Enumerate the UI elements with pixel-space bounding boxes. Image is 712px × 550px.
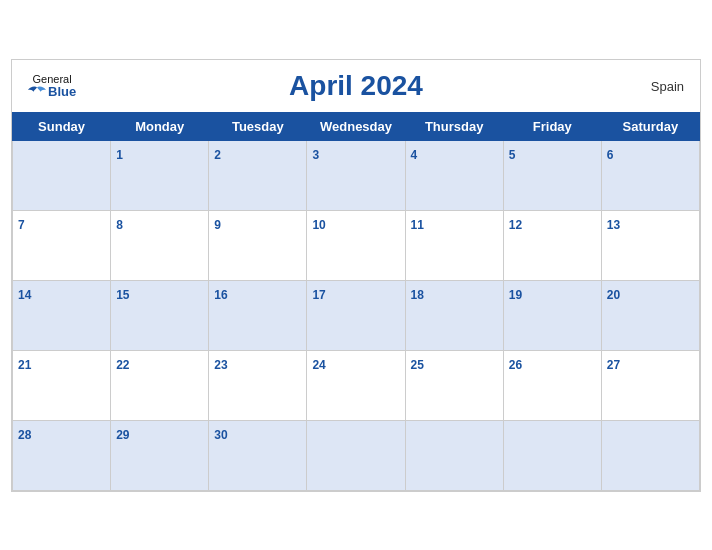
calendar-cell [307,420,405,490]
calendar-week-row-1: 123456 [13,140,700,210]
day-number: 28 [18,428,31,442]
day-number: 2 [214,148,221,162]
header-monday: Monday [111,112,209,140]
header-friday: Friday [503,112,601,140]
calendar-cell: 2 [209,140,307,210]
calendar-cell: 7 [13,210,111,280]
country-label: Spain [651,78,684,93]
day-number: 3 [312,148,319,162]
calendar-cell: 20 [601,280,699,350]
day-number: 20 [607,288,620,302]
calendar-cell: 16 [209,280,307,350]
logo-area: General Blue [28,72,76,98]
day-number: 4 [411,148,418,162]
header-thursday: Thursday [405,112,503,140]
calendar-cell: 29 [111,420,209,490]
day-number: 6 [607,148,614,162]
day-number: 8 [116,218,123,232]
calendar-wrapper: General Blue April 2024 Spain Sunday Mon… [11,59,701,492]
day-number: 19 [509,288,522,302]
calendar-cell [601,420,699,490]
day-number: 23 [214,358,227,372]
day-number: 5 [509,148,516,162]
calendar-cell: 11 [405,210,503,280]
day-number: 21 [18,358,31,372]
calendar-cell: 23 [209,350,307,420]
calendar-week-row-2: 78910111213 [13,210,700,280]
day-number: 12 [509,218,522,232]
day-number: 24 [312,358,325,372]
calendar-cell: 3 [307,140,405,210]
header-saturday: Saturday [601,112,699,140]
calendar-cell: 1 [111,140,209,210]
calendar-cell: 17 [307,280,405,350]
calendar-cell: 30 [209,420,307,490]
calendar-cell: 19 [503,280,601,350]
calendar-body: 1234567891011121314151617181920212223242… [13,140,700,490]
calendar-header: General Blue April 2024 Spain [12,60,700,112]
day-number: 22 [116,358,129,372]
calendar-cell: 22 [111,350,209,420]
day-number: 25 [411,358,424,372]
calendar-cell: 4 [405,140,503,210]
calendar-cell [13,140,111,210]
calendar-cell: 15 [111,280,209,350]
day-number: 18 [411,288,424,302]
calendar-cell [405,420,503,490]
day-number: 15 [116,288,129,302]
day-number: 14 [18,288,31,302]
calendar-cell: 13 [601,210,699,280]
calendar-week-row-5: 282930 [13,420,700,490]
calendar-cell: 9 [209,210,307,280]
day-number: 27 [607,358,620,372]
day-number: 7 [18,218,25,232]
calendar-week-row-3: 14151617181920 [13,280,700,350]
calendar-title: April 2024 [289,70,423,102]
day-number: 13 [607,218,620,232]
calendar-cell: 14 [13,280,111,350]
logo-blue-text: Blue [28,84,76,98]
header-wednesday: Wednesday [307,112,405,140]
calendar-cell [503,420,601,490]
day-number: 17 [312,288,325,302]
calendar-cell: 12 [503,210,601,280]
day-number: 30 [214,428,227,442]
calendar-cell: 18 [405,280,503,350]
calendar-week-row-4: 21222324252627 [13,350,700,420]
header-tuesday: Tuesday [209,112,307,140]
day-number: 10 [312,218,325,232]
header-sunday: Sunday [13,112,111,140]
calendar-cell: 21 [13,350,111,420]
calendar-cell: 24 [307,350,405,420]
days-header-row: Sunday Monday Tuesday Wednesday Thursday… [13,112,700,140]
calendar-cell: 25 [405,350,503,420]
day-number: 9 [214,218,221,232]
calendar-cell: 28 [13,420,111,490]
calendar-cell: 6 [601,140,699,210]
logo-bird-icon [28,85,46,99]
day-number: 1 [116,148,123,162]
calendar-cell: 10 [307,210,405,280]
calendar-cell: 27 [601,350,699,420]
calendar-cell: 5 [503,140,601,210]
day-number: 11 [411,218,424,232]
calendar-cell: 26 [503,350,601,420]
day-number: 29 [116,428,129,442]
calendar-table: Sunday Monday Tuesday Wednesday Thursday… [12,112,700,491]
day-number: 16 [214,288,227,302]
calendar-cell: 8 [111,210,209,280]
day-number: 26 [509,358,522,372]
